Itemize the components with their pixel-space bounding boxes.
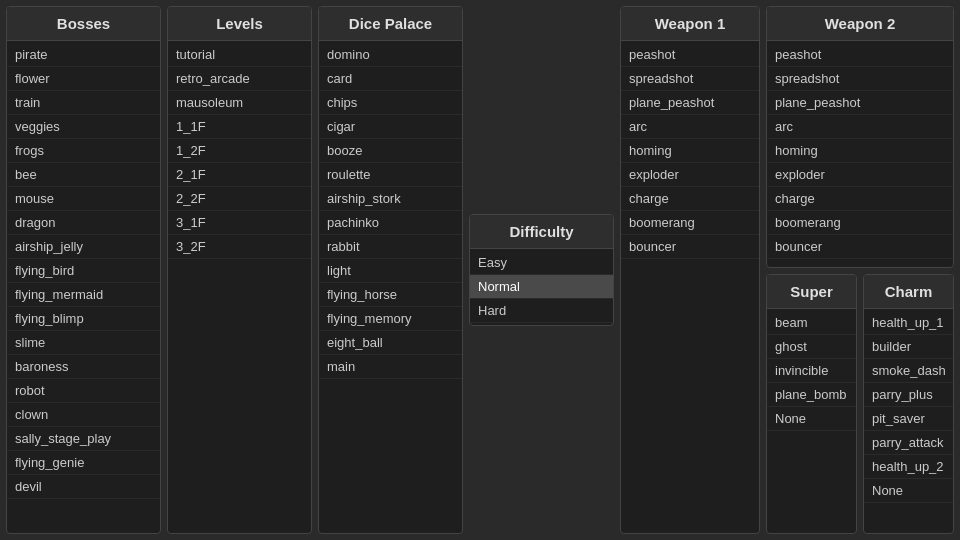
list-item[interactable]: 1_2F: [168, 139, 311, 163]
list-item[interactable]: dragon: [7, 211, 160, 235]
list-item[interactable]: cigar: [319, 115, 462, 139]
list-item[interactable]: boomerang: [767, 211, 953, 235]
list-item[interactable]: smoke_dash: [864, 359, 953, 383]
list-item[interactable]: arc: [767, 115, 953, 139]
dice-palace-title: Dice Palace: [319, 7, 462, 41]
dice-palace-panel: Dice Palace dominocardchipscigarboozerou…: [318, 6, 463, 534]
list-item[interactable]: homing: [767, 139, 953, 163]
list-item[interactable]: retro_arcade: [168, 67, 311, 91]
list-item[interactable]: eight_ball: [319, 331, 462, 355]
list-item[interactable]: charge: [767, 187, 953, 211]
difficulty-list[interactable]: EasyNormalHard: [470, 249, 613, 325]
list-item[interactable]: spreadshot: [621, 67, 759, 91]
list-item[interactable]: exploder: [621, 163, 759, 187]
weapon2-list[interactable]: peashotspreadshotplane_peashotarchominge…: [767, 41, 953, 267]
list-item[interactable]: 2_2F: [168, 187, 311, 211]
super-charm-row: Super beamghostinvincibleplane_bombNone …: [766, 274, 954, 534]
weapon1-list[interactable]: peashotspreadshotplane_peashotarchominge…: [621, 41, 759, 533]
bosses-panel: Bosses pirateflowertrainveggiesfrogsbeem…: [6, 6, 161, 534]
list-item[interactable]: main: [319, 355, 462, 379]
list-item[interactable]: arc: [621, 115, 759, 139]
difficulty-title: Difficulty: [470, 215, 613, 249]
list-item[interactable]: health_up_1: [864, 311, 953, 335]
list-item[interactable]: frogs: [7, 139, 160, 163]
weapon1-title: Weapon 1: [621, 7, 759, 41]
list-item[interactable]: spreadshot: [767, 67, 953, 91]
list-item[interactable]: devil: [7, 475, 160, 499]
middle-section: Difficulty EasyNormalHard: [469, 6, 614, 534]
list-item[interactable]: peashot: [621, 43, 759, 67]
list-item[interactable]: bouncer: [621, 235, 759, 259]
charm-list[interactable]: health_up_1buildersmoke_dashparry_pluspi…: [864, 309, 953, 533]
list-item[interactable]: flying_horse: [319, 283, 462, 307]
levels-list[interactable]: tutorialretro_arcademausoleum1_1F1_2F2_1…: [168, 41, 311, 533]
list-item[interactable]: homing: [621, 139, 759, 163]
list-item[interactable]: pirate: [7, 43, 160, 67]
list-item[interactable]: 1_1F: [168, 115, 311, 139]
levels-title: Levels: [168, 7, 311, 41]
super-list[interactable]: beamghostinvincibleplane_bombNone: [767, 309, 856, 533]
list-item[interactable]: beam: [767, 311, 856, 335]
list-item[interactable]: builder: [864, 335, 953, 359]
list-item[interactable]: bouncer: [767, 235, 953, 259]
list-item[interactable]: parry_attack: [864, 431, 953, 455]
list-item[interactable]: light: [319, 259, 462, 283]
list-item[interactable]: Normal: [470, 275, 613, 299]
list-item[interactable]: chips: [319, 91, 462, 115]
list-item[interactable]: clown: [7, 403, 160, 427]
list-item[interactable]: ghost: [767, 335, 856, 359]
bosses-title: Bosses: [7, 7, 160, 41]
list-item[interactable]: slime: [7, 331, 160, 355]
list-item[interactable]: flying_mermaid: [7, 283, 160, 307]
list-item[interactable]: train: [7, 91, 160, 115]
difficulty-panel: Difficulty EasyNormalHard: [469, 214, 614, 326]
list-item[interactable]: None: [864, 479, 953, 503]
right-section: Weapon 2 peashotspreadshotplane_peashota…: [766, 6, 954, 534]
list-item[interactable]: peashot: [767, 43, 953, 67]
list-item[interactable]: charge: [621, 187, 759, 211]
list-item[interactable]: baroness: [7, 355, 160, 379]
list-item[interactable]: card: [319, 67, 462, 91]
list-item[interactable]: rabbit: [319, 235, 462, 259]
list-item[interactable]: exploder: [767, 163, 953, 187]
list-item[interactable]: flying_bird: [7, 259, 160, 283]
list-item[interactable]: domino: [319, 43, 462, 67]
list-item[interactable]: Easy: [470, 251, 613, 275]
list-item[interactable]: roulette: [319, 163, 462, 187]
list-item[interactable]: bee: [7, 163, 160, 187]
bosses-list[interactable]: pirateflowertrainveggiesfrogsbeemousedra…: [7, 41, 160, 533]
weapon1-panel: Weapon 1 peashotspreadshotplane_peashota…: [620, 6, 760, 534]
list-item[interactable]: plane_peashot: [767, 91, 953, 115]
list-item[interactable]: plane_bomb: [767, 383, 856, 407]
list-item[interactable]: plane_peashot: [621, 91, 759, 115]
list-item[interactable]: sally_stage_play: [7, 427, 160, 451]
list-item[interactable]: boomerang: [621, 211, 759, 235]
list-item[interactable]: 2_1F: [168, 163, 311, 187]
list-item[interactable]: mouse: [7, 187, 160, 211]
list-item[interactable]: parry_plus: [864, 383, 953, 407]
list-item[interactable]: 3_1F: [168, 211, 311, 235]
super-title: Super: [767, 275, 856, 309]
list-item[interactable]: flower: [7, 67, 160, 91]
list-item[interactable]: flying_genie: [7, 451, 160, 475]
list-item[interactable]: None: [767, 407, 856, 431]
list-item[interactable]: booze: [319, 139, 462, 163]
list-item[interactable]: airship_jelly: [7, 235, 160, 259]
list-item[interactable]: tutorial: [168, 43, 311, 67]
dice-palace-list[interactable]: dominocardchipscigarboozerouletteairship…: [319, 41, 462, 533]
list-item[interactable]: robot: [7, 379, 160, 403]
list-item[interactable]: veggies: [7, 115, 160, 139]
charm-title: Charm: [864, 275, 953, 309]
weapon2-panel: Weapon 2 peashotspreadshotplane_peashota…: [766, 6, 954, 268]
list-item[interactable]: pit_saver: [864, 407, 953, 431]
list-item[interactable]: airship_stork: [319, 187, 462, 211]
list-item[interactable]: Hard: [470, 299, 613, 323]
list-item[interactable]: 3_2F: [168, 235, 311, 259]
charm-panel: Charm health_up_1buildersmoke_dashparry_…: [863, 274, 954, 534]
list-item[interactable]: health_up_2: [864, 455, 953, 479]
list-item[interactable]: invincible: [767, 359, 856, 383]
list-item[interactable]: pachinko: [319, 211, 462, 235]
list-item[interactable]: flying_blimp: [7, 307, 160, 331]
list-item[interactable]: flying_memory: [319, 307, 462, 331]
list-item[interactable]: mausoleum: [168, 91, 311, 115]
